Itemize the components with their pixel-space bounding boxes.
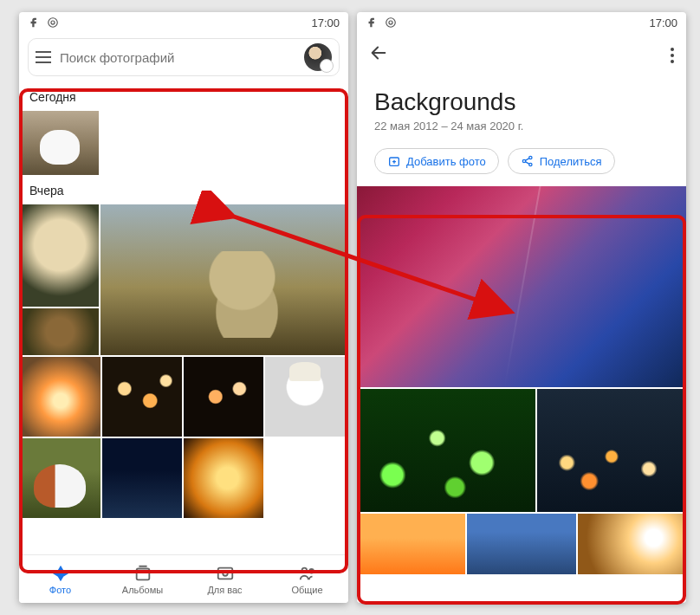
photo-thumbnail[interactable] [100,204,347,355]
photo-feed: Сегодня Вчера [19,81,348,577]
grid-yesterday-row1 [19,204,348,355]
photo-thumbnail[interactable] [102,357,182,437]
photo-thumbnail[interactable] [21,357,100,437]
album-actions: Добавить фото Поделиться [357,138,686,186]
photo-thumbnail[interactable] [21,438,100,518]
search-bar[interactable] [28,38,340,76]
account-avatar[interactable] [304,43,332,71]
status-time: 17:00 [311,16,340,29]
search-input[interactable] [60,50,295,65]
photo-thumbnail[interactable] [467,514,575,574]
photo-thumbnail[interactable] [21,308,99,355]
nav-label: Общие [291,585,322,595]
album-row [357,389,686,512]
nav-label: Фото [49,585,71,595]
status-bar: 17:00 [357,12,686,33]
foryou-icon [216,564,235,583]
chrome-icon [385,16,397,29]
grid-col [21,204,99,355]
svg-point-0 [49,18,58,28]
section-header-yesterday: Вчера [19,175,348,204]
svg-point-6 [309,568,314,573]
photo-thumbnail[interactable] [357,186,686,387]
menu-icon[interactable] [36,51,51,63]
chip-label: Поделиться [540,155,602,168]
photo-thumbnail[interactable] [21,204,99,307]
album-header: Backgrounds 22 мая 2012 – 24 мая 2020 г. [357,78,686,138]
shared-icon [298,564,317,583]
status-time: 17:00 [649,16,677,29]
status-icons-left [366,16,397,29]
section-header-today: Сегодня [19,81,348,111]
svg-rect-3 [217,567,232,579]
photo-thumbnail[interactable] [537,389,686,512]
album-topbar [357,33,686,78]
chip-label: Добавить фото [406,155,486,168]
back-button[interactable] [369,43,388,68]
photo-thumbnail[interactable] [357,514,465,574]
add-photo-icon [387,154,401,168]
phone-screen-photos: 17:00 Сегодня Вчера [19,12,348,603]
grid-yesterday-row3 [19,438,348,518]
nav-label: Альбомы [122,585,163,595]
album-date-range: 22 мая 2012 – 24 мая 2020 г. [374,120,669,133]
svg-point-1 [51,21,55,24]
grid-yesterday-row2 [19,357,348,437]
share-button[interactable]: Поделиться [508,148,615,174]
nav-photos[interactable]: Фото [19,555,101,603]
svg-rect-2 [136,568,149,579]
photos-icon [51,564,70,583]
album-row [357,514,686,574]
grid-empty-slot [265,438,345,518]
phone-screen-album: 17:00 Backgrounds 22 мая 2012 – 24 мая 2… [357,12,686,603]
svg-point-4 [223,571,228,576]
photo-thumbnail[interactable] [102,438,182,518]
nav-albums[interactable]: Альбомы [101,555,184,603]
facebook-icon [366,16,378,29]
nav-foryou[interactable]: Для вас [184,555,266,603]
status-icons-left [28,16,59,29]
nav-label: Для вас [207,585,242,595]
svg-point-8 [389,21,392,24]
svg-point-5 [301,567,307,573]
share-icon [521,154,535,168]
facebook-icon [28,16,40,29]
photo-thumbnail[interactable] [184,438,263,518]
add-photos-button[interactable]: Добавить фото [374,148,499,174]
photo-thumbnail[interactable] [578,514,686,574]
album-grid [357,186,686,574]
back-arrow-icon [369,43,388,62]
photo-thumbnail[interactable] [265,357,345,437]
photo-thumbnail[interactable] [184,357,263,437]
status-bar: 17:00 [19,12,348,33]
photo-thumbnail[interactable] [357,389,535,512]
svg-point-7 [386,18,396,28]
nav-shared[interactable]: Общие [266,555,348,603]
bottom-nav: Фото Альбомы Для вас Общие [19,554,348,603]
grid-today [19,111,348,175]
photo-thumbnail[interactable] [21,111,99,175]
more-menu-button[interactable] [671,48,674,63]
album-title: Backgrounds [374,88,669,116]
chrome-icon [47,16,59,29]
albums-icon [133,564,152,583]
